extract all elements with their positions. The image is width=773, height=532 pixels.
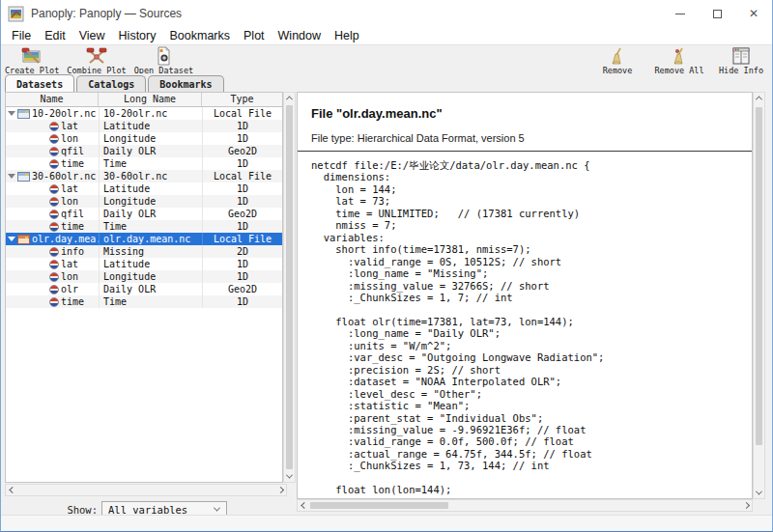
table-row[interactable]: 10-20olr.nc 10-20olr.nc Local File bbox=[6, 107, 282, 120]
column-header-name[interactable]: Name bbox=[6, 93, 99, 106]
menu-plot[interactable]: Plot bbox=[237, 29, 272, 42]
remove-button[interactable]: Remove bbox=[590, 46, 644, 75]
create-plot-icon bbox=[19, 46, 44, 66]
menu-view[interactable]: View bbox=[72, 29, 112, 42]
tab-bookmarks[interactable]: Bookmarks bbox=[148, 75, 223, 92]
datasets-panel: Name Long Name Type 10-20olr.nc 10-20olr… bbox=[5, 92, 296, 496]
combine-plot-icon bbox=[84, 46, 109, 66]
title-bar[interactable]: Panoply: Panoply — Sources ✕ bbox=[1, 0, 772, 27]
table-row[interactable]: olr Daily OLR Geo2D bbox=[6, 283, 282, 295]
cell-name: lon bbox=[61, 270, 78, 283]
cell-type: 2D bbox=[202, 245, 282, 258]
cell-long-name: 10-20olr.nc bbox=[99, 107, 202, 120]
menu-file[interactable]: File bbox=[5, 29, 38, 42]
scroll-left-icon[interactable] bbox=[6, 485, 16, 495]
cell-type: Local File bbox=[202, 170, 282, 182]
table-row[interactable]: qfil Daily OLR Geo2D bbox=[6, 208, 282, 220]
cell-name: lat bbox=[61, 182, 78, 195]
menu-help[interactable]: Help bbox=[328, 29, 366, 42]
scroll-right-icon[interactable] bbox=[275, 485, 286, 495]
tree-horizontal-scrollbar[interactable] bbox=[5, 484, 287, 496]
cell-name: time bbox=[61, 295, 84, 308]
open-dataset-button[interactable]: Open Dataset bbox=[134, 46, 193, 75]
scroll-up-icon[interactable] bbox=[754, 93, 764, 103]
table-row[interactable]: time Time 1D bbox=[6, 295, 282, 308]
cell-name: lon bbox=[61, 195, 78, 208]
info-horizontal-scrollbar[interactable] bbox=[297, 499, 753, 512]
menu-window[interactable]: Window bbox=[272, 29, 328, 42]
scrollbar-thumb[interactable] bbox=[756, 107, 762, 445]
tree-vertical-scrollbar[interactable] bbox=[283, 92, 296, 483]
cell-type: 1D bbox=[202, 195, 282, 208]
tab-catalogs[interactable]: Catalogs bbox=[76, 75, 146, 92]
variable-icon bbox=[49, 260, 59, 269]
info-vertical-scrollbar[interactable] bbox=[753, 92, 765, 499]
scrollbar-thumb[interactable] bbox=[286, 105, 293, 469]
expand-triangle-icon[interactable] bbox=[8, 237, 15, 241]
tree-header: Name Long Name Type bbox=[6, 93, 282, 107]
table-row[interactable]: lon Longitude 1D bbox=[6, 132, 282, 145]
expand-triangle-icon[interactable] bbox=[8, 111, 15, 116]
cell-name: lat bbox=[61, 120, 78, 132]
table-row[interactable]: lat Latitude 1D bbox=[6, 120, 282, 132]
table-row[interactable]: 30-60olr.nc 30-60olr.nc Local File bbox=[6, 170, 282, 182]
cell-name: 30-60olr.nc bbox=[32, 170, 96, 182]
status-bar bbox=[1, 515, 772, 531]
scroll-up-icon[interactable] bbox=[284, 93, 295, 103]
cell-name: olr.day.mea... bbox=[32, 233, 99, 245]
variable-icon bbox=[49, 134, 59, 144]
table-row-selected[interactable]: olr.day.mea... olr.day.mean.nc Local Fil… bbox=[6, 233, 282, 245]
scroll-down-icon[interactable] bbox=[284, 471, 295, 482]
cell-long-name: Latitude bbox=[99, 120, 202, 132]
create-plot-button[interactable]: Create Plot bbox=[5, 46, 59, 75]
cell-long-name: Longitude bbox=[99, 270, 202, 283]
expand-triangle-icon[interactable] bbox=[8, 174, 15, 179]
variable-icon bbox=[49, 197, 59, 207]
cell-long-name: Time bbox=[99, 295, 202, 308]
table-row[interactable]: lon Longitude 1D bbox=[6, 270, 282, 283]
table-row[interactable]: lon Longitude 1D bbox=[6, 195, 282, 208]
file-info-panel: File "olr.day.mean.nc" File type: Hierar… bbox=[297, 92, 765, 512]
scroll-left-icon[interactable] bbox=[298, 500, 308, 511]
table-row[interactable]: lat Latitude 1D bbox=[6, 258, 282, 270]
hide-info-icon bbox=[729, 46, 754, 66]
dataset-tree: Name Long Name Type 10-20olr.nc 10-20olr… bbox=[5, 92, 283, 483]
table-row[interactable]: qfil Daily OLR Geo2D bbox=[6, 145, 282, 157]
scroll-down-icon[interactable] bbox=[754, 488, 764, 498]
menu-history[interactable]: History bbox=[112, 29, 163, 42]
menu-bookmarks[interactable]: Bookmarks bbox=[162, 29, 237, 42]
hide-info-button[interactable]: Hide Info bbox=[714, 46, 768, 75]
cell-type: 1D bbox=[202, 157, 282, 170]
table-row[interactable]: lat Latitude 1D bbox=[6, 182, 282, 195]
remove-all-button[interactable]: Remove All bbox=[652, 46, 706, 75]
combine-plot-button[interactable]: Combine Plot bbox=[67, 46, 126, 75]
close-button[interactable]: ✕ bbox=[735, 0, 772, 27]
table-row[interactable]: time Time 1D bbox=[6, 157, 282, 170]
table-row[interactable]: time Time 1D bbox=[6, 220, 282, 233]
cell-type: 1D bbox=[202, 220, 282, 233]
variable-icon bbox=[49, 210, 59, 219]
column-header-type[interactable]: Type bbox=[202, 93, 282, 106]
cell-type: 1D bbox=[202, 295, 282, 308]
tab-bar: Datasets Catalogs Bookmarks bbox=[1, 73, 772, 92]
maximize-button[interactable] bbox=[699, 0, 735, 27]
file-title: File "olr.day.mean.nc" bbox=[311, 106, 752, 121]
file-info-view[interactable]: File "olr.day.mean.nc" File type: Hierar… bbox=[297, 92, 753, 499]
scroll-right-icon[interactable] bbox=[741, 500, 752, 511]
chevron-down-icon bbox=[214, 505, 220, 512]
tab-datasets[interactable]: Datasets bbox=[5, 74, 74, 92]
remove-all-icon bbox=[667, 46, 692, 66]
cell-long-name: Daily OLR bbox=[99, 208, 202, 220]
table-row[interactable]: info Missing 2D bbox=[6, 245, 282, 258]
scrollbar-thumb[interactable] bbox=[310, 502, 448, 509]
dataset-file-icon bbox=[17, 235, 30, 244]
minimize-button[interactable] bbox=[662, 0, 699, 27]
divider bbox=[298, 151, 752, 152]
window-title: Panoply: Panoply — Sources bbox=[31, 7, 182, 20]
column-header-long-name[interactable]: Long Name bbox=[99, 93, 202, 106]
menu-edit[interactable]: Edit bbox=[38, 29, 72, 42]
variable-icon bbox=[49, 297, 59, 307]
cell-name: lon bbox=[61, 132, 78, 145]
panoply-window: Panoply: Panoply — Sources ✕ File Edit V… bbox=[0, 0, 773, 532]
variable-icon bbox=[49, 159, 59, 169]
